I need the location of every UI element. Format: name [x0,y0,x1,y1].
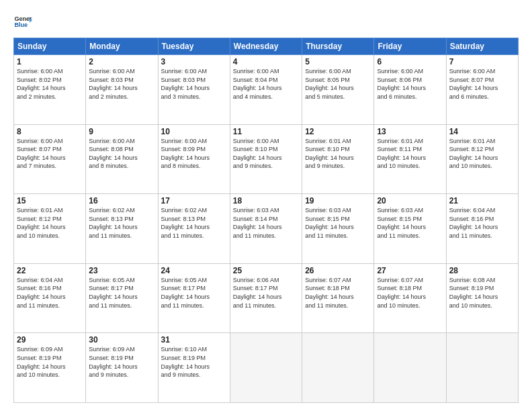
svg-text:Blue: Blue [14,21,28,28]
table-row [446,333,518,403]
table-row: 19Sunrise: 6:03 AM Sunset: 8:15 PM Dayli… [302,194,374,264]
table-row: 26Sunrise: 6:07 AM Sunset: 8:18 PM Dayli… [302,263,374,333]
table-row: 12Sunrise: 6:01 AM Sunset: 8:10 PM Dayli… [302,124,374,194]
table-row: 15Sunrise: 6:01 AM Sunset: 8:12 PM Dayli… [14,194,86,264]
calendar-week-4: 29Sunrise: 6:09 AM Sunset: 8:19 PM Dayli… [14,333,519,403]
table-row [374,333,446,403]
table-row: 8Sunrise: 6:00 AM Sunset: 8:07 PM Daylig… [14,124,86,194]
table-row: 11Sunrise: 6:00 AM Sunset: 8:10 PM Dayli… [230,124,302,194]
weekday-thursday: Thursday [302,38,374,55]
weekday-friday: Friday [374,38,446,55]
table-row: 7Sunrise: 6:00 AM Sunset: 8:07 PM Daylig… [446,55,518,125]
table-row: 16Sunrise: 6:02 AM Sunset: 8:13 PM Dayli… [86,194,158,264]
calendar-table: SundayMondayTuesdayWednesdayThursdayFrid… [13,38,519,403]
table-row: 31Sunrise: 6:10 AM Sunset: 8:19 PM Dayli… [158,333,230,403]
calendar-week-3: 22Sunrise: 6:04 AM Sunset: 8:16 PM Dayli… [14,263,519,333]
table-row: 21Sunrise: 6:04 AM Sunset: 8:16 PM Dayli… [446,194,518,264]
table-row: 28Sunrise: 6:08 AM Sunset: 8:19 PM Dayli… [446,263,518,333]
table-row: 2Sunrise: 6:00 AM Sunset: 8:03 PM Daylig… [86,55,158,125]
table-row: 25Sunrise: 6:06 AM Sunset: 8:17 PM Dayli… [230,263,302,333]
table-row: 20Sunrise: 6:03 AM Sunset: 8:15 PM Dayli… [374,194,446,264]
table-row: 30Sunrise: 6:09 AM Sunset: 8:19 PM Dayli… [86,333,158,403]
table-row: 23Sunrise: 6:05 AM Sunset: 8:17 PM Dayli… [86,263,158,333]
weekday-sunday: Sunday [14,38,86,55]
table-row: 5Sunrise: 6:00 AM Sunset: 8:05 PM Daylig… [302,55,374,125]
weekday-monday: Monday [86,38,158,55]
table-row [230,333,302,403]
table-row [302,333,374,403]
table-row: 1Sunrise: 6:00 AM Sunset: 8:02 PM Daylig… [14,55,86,125]
table-row: 10Sunrise: 6:00 AM Sunset: 8:09 PM Dayli… [158,124,230,194]
logo-icon: General Blue [13,12,32,31]
page: General Blue SundayMondayTuesdayWednesda… [0,0,532,411]
table-row: 13Sunrise: 6:01 AM Sunset: 8:11 PM Dayli… [374,124,446,194]
table-row: 17Sunrise: 6:02 AM Sunset: 8:13 PM Dayli… [158,194,230,264]
table-row: 29Sunrise: 6:09 AM Sunset: 8:19 PM Dayli… [14,333,86,403]
calendar-week-1: 8Sunrise: 6:00 AM Sunset: 8:07 PM Daylig… [14,124,519,194]
table-row: 14Sunrise: 6:01 AM Sunset: 8:12 PM Dayli… [446,124,518,194]
table-row: 9Sunrise: 6:00 AM Sunset: 8:08 PM Daylig… [86,124,158,194]
weekday-wednesday: Wednesday [230,38,302,55]
table-row: 3Sunrise: 6:00 AM Sunset: 8:03 PM Daylig… [158,55,230,125]
table-row: 6Sunrise: 6:00 AM Sunset: 8:06 PM Daylig… [374,55,446,125]
weekday-tuesday: Tuesday [158,38,230,55]
table-row: 24Sunrise: 6:05 AM Sunset: 8:17 PM Dayli… [158,263,230,333]
calendar-week-0: 1Sunrise: 6:00 AM Sunset: 8:02 PM Daylig… [14,55,519,125]
calendar-week-2: 15Sunrise: 6:01 AM Sunset: 8:12 PM Dayli… [14,194,519,264]
table-row: 22Sunrise: 6:04 AM Sunset: 8:16 PM Dayli… [14,263,86,333]
weekday-saturday: Saturday [446,38,518,55]
table-row: 18Sunrise: 6:03 AM Sunset: 8:14 PM Dayli… [230,194,302,264]
table-row: 4Sunrise: 6:00 AM Sunset: 8:04 PM Daylig… [230,55,302,125]
weekday-header-row: SundayMondayTuesdayWednesdayThursdayFrid… [14,38,519,55]
logo: General Blue [13,12,32,31]
table-row: 27Sunrise: 6:07 AM Sunset: 8:18 PM Dayli… [374,263,446,333]
header: General Blue [13,12,519,31]
